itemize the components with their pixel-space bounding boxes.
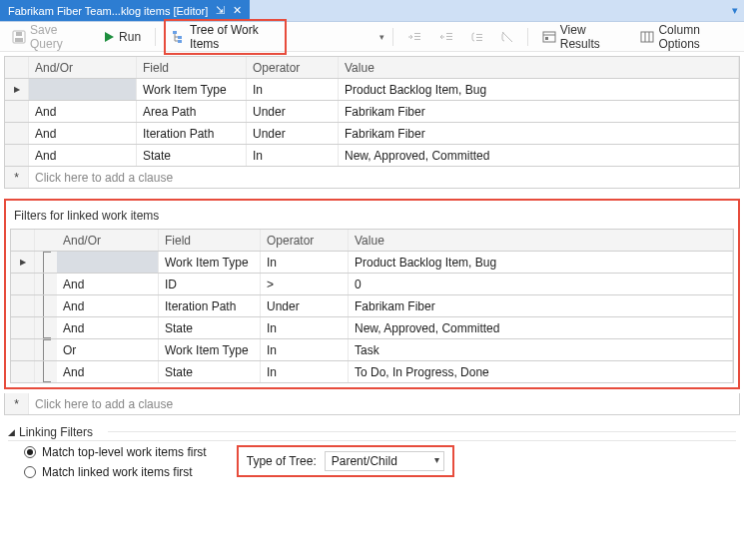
type-of-tree-select[interactable]: Parent/Child xyxy=(325,451,444,471)
svg-rect-9 xyxy=(414,39,420,40)
cell-andor[interactable] xyxy=(57,252,159,273)
grid-row[interactable]: Work Item Type In Product Backlog Item, … xyxy=(11,252,733,274)
grid-row[interactable]: And Iteration Path Under Fabrikam Fiber xyxy=(5,123,739,145)
svg-rect-15 xyxy=(476,40,482,41)
separator xyxy=(392,28,393,46)
cell-operator[interactable]: Under xyxy=(247,101,339,122)
cell-andor[interactable]: And xyxy=(57,361,159,382)
group-bracket xyxy=(35,317,57,338)
cell-field[interactable]: Work Item Type xyxy=(159,339,261,360)
cell-operator[interactable]: Under xyxy=(247,123,339,144)
cell-operator[interactable]: Under xyxy=(261,295,349,316)
cell-andor[interactable]: And xyxy=(57,317,159,338)
cell-andor[interactable]: And xyxy=(57,274,159,294)
outdent-icon[interactable] xyxy=(433,29,459,45)
column-options-button[interactable]: Column Options xyxy=(634,21,738,53)
linking-filters-section: ◢ Linking Filters Match top-level work i… xyxy=(8,421,736,491)
cell-value[interactable]: Task xyxy=(349,339,733,360)
cell-value[interactable]: Product Backlog Item, Bug xyxy=(349,252,733,273)
cell-operator[interactable]: In xyxy=(261,317,349,338)
add-clause-row[interactable]: Click here to add a clause xyxy=(4,393,740,415)
header-operator[interactable]: Operator xyxy=(247,57,339,78)
cell-value[interactable]: Fabrikam Fiber xyxy=(339,123,739,144)
cell-value[interactable]: Fabrikam Fiber xyxy=(339,101,739,122)
grid-row[interactable]: And Area Path Under Fabrikam Fiber xyxy=(5,101,739,123)
cell-andor[interactable]: Or xyxy=(57,339,159,360)
ungroup-icon[interactable] xyxy=(495,29,519,45)
cell-operator[interactable]: In xyxy=(247,79,339,100)
filter-grid: And/Or Field Operator Value Work Item Ty… xyxy=(4,56,740,189)
cell-andor[interactable]: And xyxy=(29,101,137,122)
radio-match-linked[interactable]: Match linked work items first xyxy=(24,465,207,479)
add-clause-label: Click here to add a clause xyxy=(29,393,739,414)
cell-field[interactable]: State xyxy=(137,145,247,166)
grid-row[interactable]: And State In New, Approved, Committed xyxy=(11,317,733,339)
linking-filters-title: Linking Filters xyxy=(19,425,93,439)
cell-andor[interactable]: And xyxy=(29,123,137,144)
cell-value[interactable]: New, Approved, Committed xyxy=(339,145,739,166)
radio-label: Match linked work items first xyxy=(42,465,193,479)
cell-field[interactable]: State xyxy=(159,361,261,382)
cell-field[interactable]: Iteration Path xyxy=(137,123,247,144)
radio-match-top-level[interactable]: Match top-level work items first xyxy=(24,445,207,459)
add-clause-row[interactable]: Click here to add a clause xyxy=(5,167,739,189)
titlebar-overflow[interactable]: ▾ xyxy=(732,0,744,21)
header-field[interactable]: Field xyxy=(159,230,261,251)
current-row-indicator xyxy=(5,79,29,100)
new-row-indicator xyxy=(5,393,29,414)
svg-rect-5 xyxy=(178,36,182,39)
query-type-arrow[interactable]: ▾ xyxy=(379,32,384,42)
add-clause-label: Click here to add a clause xyxy=(29,167,739,188)
run-button[interactable]: Run xyxy=(97,28,147,46)
group-icon[interactable] xyxy=(465,29,489,45)
svg-rect-14 xyxy=(476,37,482,38)
cell-value[interactable]: 0 xyxy=(349,274,733,294)
cell-field[interactable]: Work Item Type xyxy=(137,79,247,100)
grid-row[interactable]: Or Work Item Type In Task xyxy=(11,339,733,361)
view-results-button[interactable]: View Results xyxy=(536,21,625,53)
query-type-dropdown[interactable]: Tree of Work Items xyxy=(164,19,287,55)
cell-value[interactable]: Product Backlog Item, Bug xyxy=(339,79,739,100)
match-order-radio-group: Match top-level work items first Match l… xyxy=(24,445,207,479)
indent-icon[interactable] xyxy=(401,29,427,45)
collapse-icon[interactable]: ◢ xyxy=(8,427,15,437)
grid-row[interactable]: And State In To Do, In Progress, Done xyxy=(11,361,733,383)
header-value[interactable]: Value xyxy=(349,230,733,251)
titlebar: Fabrikam Fiber Team...klog items [Editor… xyxy=(0,0,744,22)
grid-row[interactable]: And State In New, Approved, Committed xyxy=(5,145,739,167)
header-operator[interactable]: Operator xyxy=(261,230,349,251)
cell-field[interactable]: Iteration Path xyxy=(159,295,261,316)
cell-operator[interactable]: In xyxy=(261,361,349,382)
cell-field[interactable]: Work Item Type xyxy=(159,252,261,273)
cell-andor[interactable]: And xyxy=(57,295,159,316)
grid-row[interactable]: And ID > 0 xyxy=(11,274,733,295)
cell-operator[interactable]: > xyxy=(261,274,349,294)
grid-row[interactable]: And Iteration Path Under Fabrikam Fiber xyxy=(11,295,733,317)
cell-andor[interactable] xyxy=(29,79,137,100)
grid-row[interactable]: Work Item Type In Product Backlog Item, … xyxy=(5,79,739,101)
close-icon[interactable]: ✕ xyxy=(233,4,242,17)
cell-field[interactable]: State xyxy=(159,317,261,338)
cell-value[interactable]: New, Approved, Committed xyxy=(349,317,733,338)
cell-field[interactable]: Area Path xyxy=(137,101,247,122)
cell-value[interactable]: To Do, In Progress, Done xyxy=(349,361,733,382)
column-options-label: Column Options xyxy=(658,23,732,51)
cell-operator[interactable]: In xyxy=(261,252,349,273)
cell-operator[interactable]: In xyxy=(247,145,339,166)
cell-field[interactable]: ID xyxy=(159,274,261,294)
header-value[interactable]: Value xyxy=(339,57,739,78)
cell-andor[interactable]: And xyxy=(29,145,137,166)
header-andor[interactable]: And/Or xyxy=(29,57,137,78)
cell-value[interactable]: Fabrikam Fiber xyxy=(349,295,733,316)
header-andor[interactable]: And/Or xyxy=(57,230,159,251)
header-field[interactable]: Field xyxy=(137,57,247,78)
cell-operator[interactable]: In xyxy=(261,339,349,360)
play-icon xyxy=(103,31,115,43)
svg-rect-20 xyxy=(641,32,653,42)
svg-rect-1 xyxy=(15,38,23,42)
type-of-tree-value: Parent/Child xyxy=(332,454,397,468)
new-row-indicator xyxy=(5,167,29,188)
pin-icon[interactable]: ⇲ xyxy=(216,4,225,17)
save-query-button[interactable]: Save Query xyxy=(6,21,91,53)
view-results-icon xyxy=(542,31,556,43)
